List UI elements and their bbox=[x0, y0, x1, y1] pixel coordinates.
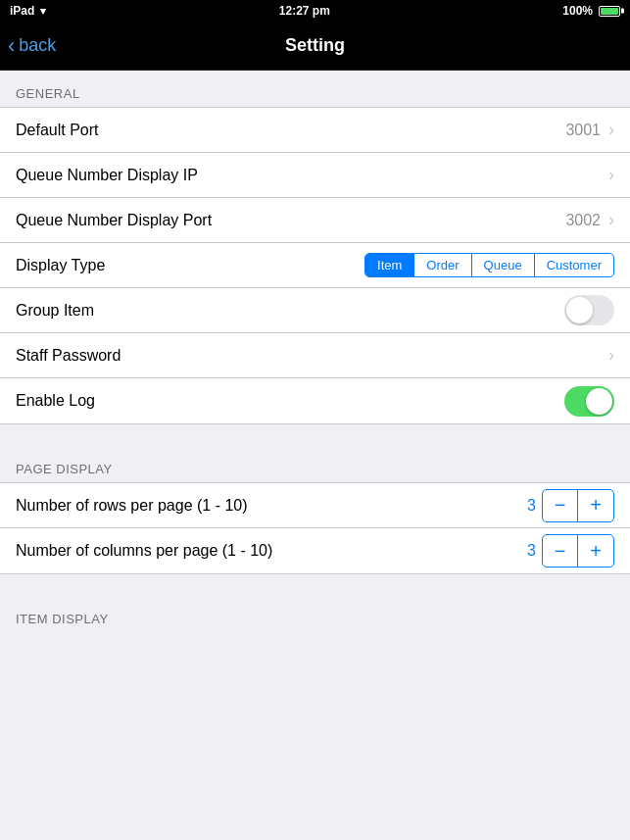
device-label: iPad bbox=[10, 4, 34, 18]
table-row: Display Type Item Order Queue Customer bbox=[0, 243, 630, 288]
seg-customer-btn[interactable]: Customer bbox=[535, 254, 613, 276]
seg-item-btn[interactable]: Item bbox=[365, 254, 414, 276]
toggle-thumb bbox=[586, 388, 612, 415]
row-right: › bbox=[608, 165, 614, 185]
general-table: Default Port 3001 › Queue Number Display… bbox=[0, 107, 630, 424]
row-right: 3001 › bbox=[565, 120, 614, 140]
columns-decrement-btn[interactable]: − bbox=[543, 535, 578, 567]
seg-queue-btn[interactable]: Queue bbox=[472, 254, 535, 276]
page-display-table: Number of rows per page (1 - 10) 3 − + N… bbox=[0, 482, 630, 574]
group-item-toggle[interactable] bbox=[564, 295, 614, 325]
default-port-value: 3001 bbox=[565, 122, 601, 139]
row-right: 3002 › bbox=[565, 210, 614, 230]
chevron-left-icon: ‹ bbox=[8, 35, 15, 57]
display-type-label: Display Type bbox=[16, 257, 105, 274]
page-title: Setting bbox=[285, 35, 345, 56]
table-row: Number of columns per page (1 - 10) 3 − … bbox=[0, 528, 630, 573]
rows-per-page-label: Number of rows per page (1 - 10) bbox=[16, 497, 248, 515]
rows-decrement-btn[interactable]: − bbox=[543, 490, 578, 521]
back-button[interactable]: ‹ back bbox=[8, 35, 56, 57]
display-type-segmented[interactable]: Item Order Queue Customer bbox=[364, 253, 614, 277]
rows-stepper: 3 − + bbox=[516, 489, 614, 522]
chevron-right-icon: › bbox=[608, 165, 614, 185]
battery-percent: 100% bbox=[562, 4, 593, 18]
table-row[interactable]: Staff Password › bbox=[0, 333, 630, 378]
queue-port-value: 3002 bbox=[565, 212, 601, 229]
table-row: Number of rows per page (1 - 10) 3 − + bbox=[0, 483, 630, 528]
battery-fill bbox=[601, 8, 618, 15]
table-row: Enable Log bbox=[0, 378, 630, 423]
table-row[interactable]: Queue Number Display IP › bbox=[0, 153, 630, 198]
table-row[interactable]: Queue Number Display Port 3002 › bbox=[0, 198, 630, 243]
seg-order-btn[interactable]: Order bbox=[414, 254, 471, 276]
stepper-controls: − + bbox=[542, 534, 614, 568]
queue-port-label: Queue Number Display Port bbox=[16, 212, 212, 229]
stepper-controls: − + bbox=[542, 489, 614, 522]
columns-value: 3 bbox=[516, 542, 536, 560]
battery-icon bbox=[599, 6, 620, 17]
table-row[interactable]: Default Port 3001 › bbox=[0, 108, 630, 153]
chevron-right-icon: › bbox=[608, 210, 614, 230]
chevron-right-icon: › bbox=[608, 120, 614, 140]
status-bar: iPad ▾ 12:27 pm 100% bbox=[0, 0, 630, 22]
row-right: › bbox=[608, 345, 614, 366]
wifi-icon: ▾ bbox=[40, 5, 46, 18]
group-item-label: Group Item bbox=[16, 302, 94, 320]
default-port-label: Default Port bbox=[16, 122, 98, 139]
columns-increment-btn[interactable]: + bbox=[578, 535, 613, 567]
staff-password-label: Staff Password bbox=[16, 347, 121, 365]
status-left: iPad ▾ bbox=[10, 4, 46, 18]
enable-log-label: Enable Log bbox=[16, 392, 95, 410]
clock: 12:27 pm bbox=[279, 4, 330, 18]
page-display-section-header: PAGE DISPLAY bbox=[0, 446, 630, 482]
general-section-header: GENERAL bbox=[0, 71, 630, 107]
item-display-section-header: ITEM DISPLAY bbox=[0, 596, 630, 632]
columns-per-page-label: Number of columns per page (1 - 10) bbox=[16, 542, 272, 560]
queue-ip-label: Queue Number Display IP bbox=[16, 167, 198, 184]
rows-increment-btn[interactable]: + bbox=[578, 490, 613, 521]
columns-stepper: 3 − + bbox=[516, 534, 614, 568]
back-label: back bbox=[19, 35, 56, 56]
toggle-thumb bbox=[566, 297, 593, 323]
chevron-right-icon: › bbox=[608, 345, 614, 366]
rows-value: 3 bbox=[516, 497, 536, 515]
table-row: Group Item bbox=[0, 288, 630, 333]
status-right: 100% bbox=[562, 4, 620, 18]
nav-bar: ‹ back Setting bbox=[0, 22, 630, 71]
enable-log-toggle[interactable] bbox=[564, 386, 614, 417]
